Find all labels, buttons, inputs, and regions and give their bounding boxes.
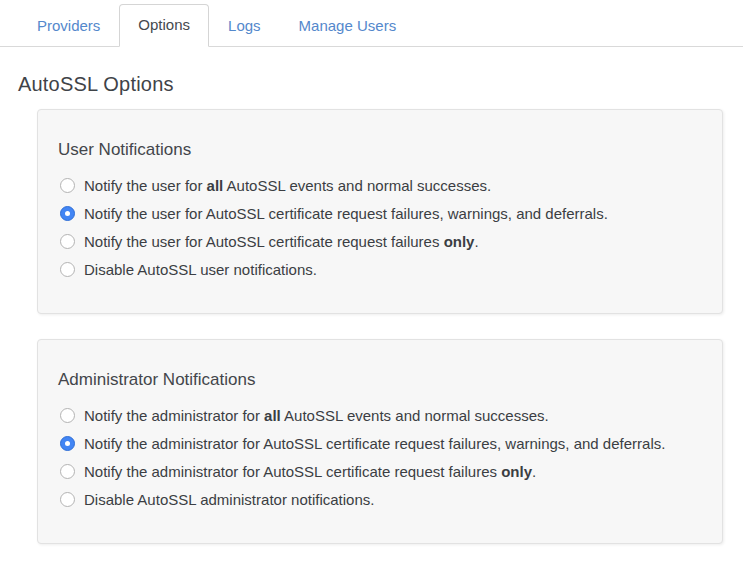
tab-logs[interactable]: Logs <box>209 5 280 46</box>
radio-option-label: Disable AutoSSL administrator notificati… <box>84 489 374 510</box>
radio-option-user-failures-warnings-deferrals[interactable]: Notify the user for AutoSSL certificate … <box>58 203 702 224</box>
tab-label: Logs <box>228 17 261 34</box>
tab-label: Providers <box>37 17 100 34</box>
radio-button[interactable] <box>60 408 75 423</box>
tab-providers[interactable]: Providers <box>18 5 119 46</box>
radio-button[interactable] <box>60 206 75 221</box>
tab-bar: Providers Options Logs Manage Users <box>0 2 743 47</box>
radio-option-admin-all[interactable]: Notify the administrator for all AutoSSL… <box>58 405 702 426</box>
radio-option-label: Notify the user for AutoSSL certificate … <box>84 231 479 252</box>
user-notifications-panel: User Notifications Notify the user for a… <box>37 109 723 314</box>
page-title: AutoSSL Options <box>18 73 743 96</box>
tab-label: Manage Users <box>299 17 397 34</box>
radio-option-label: Notify the administrator for AutoSSL cer… <box>84 433 665 454</box>
radio-option-user-failures-only[interactable]: Notify the user for AutoSSL certificate … <box>58 231 702 252</box>
radio-option-admin-failures-warnings-deferrals[interactable]: Notify the administrator for AutoSSL cer… <box>58 433 702 454</box>
radio-option-admin-disable[interactable]: Disable AutoSSL administrator notificati… <box>58 489 702 510</box>
panel-heading-user-notifications: User Notifications <box>58 140 702 160</box>
radio-button[interactable] <box>60 464 75 479</box>
radio-option-user-disable[interactable]: Disable AutoSSL user notifications. <box>58 259 702 280</box>
radio-option-label: Disable AutoSSL user notifications. <box>84 259 317 280</box>
administrator-notifications-panel: Administrator Notifications Notify the a… <box>37 339 723 544</box>
radio-option-label: Notify the user for all AutoSSL events a… <box>84 175 491 196</box>
tab-options[interactable]: Options <box>119 4 209 47</box>
radio-button[interactable] <box>60 262 75 277</box>
radio-button[interactable] <box>60 492 75 507</box>
tab-label: Options <box>138 16 190 33</box>
panel-heading-administrator-notifications: Administrator Notifications <box>58 370 702 390</box>
radio-option-label: Notify the user for AutoSSL certificate … <box>84 203 608 224</box>
radio-option-admin-failures-only[interactable]: Notify the administrator for AutoSSL cer… <box>58 461 702 482</box>
radio-button[interactable] <box>60 234 75 249</box>
tab-manage-users[interactable]: Manage Users <box>280 5 416 46</box>
radio-option-label: Notify the administrator for AutoSSL cer… <box>84 461 536 482</box>
radio-option-user-all[interactable]: Notify the user for all AutoSSL events a… <box>58 175 702 196</box>
radio-button[interactable] <box>60 436 75 451</box>
radio-button[interactable] <box>60 178 75 193</box>
radio-option-label: Notify the administrator for all AutoSSL… <box>84 405 549 426</box>
